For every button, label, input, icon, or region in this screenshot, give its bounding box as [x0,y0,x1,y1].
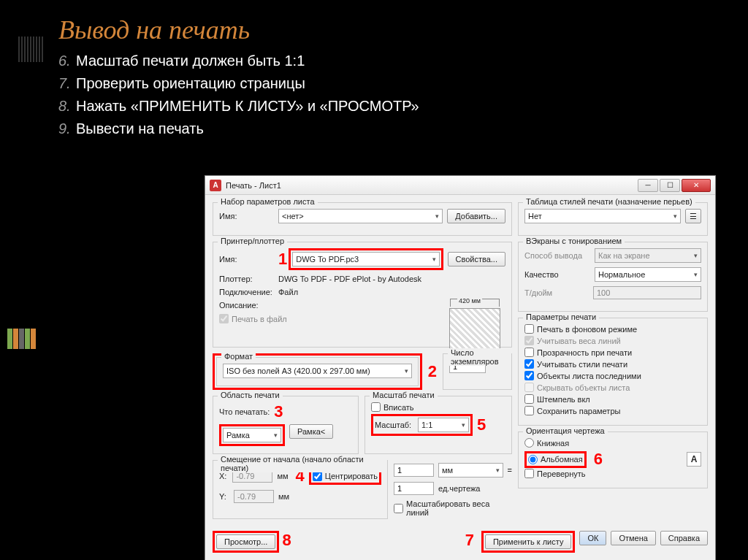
dpi-input [593,286,701,299]
help-button[interactable]: Справка [660,531,708,545]
landscape-radio[interactable] [528,455,538,464]
barcode-deco [18,37,44,62]
callout-6: 6 [594,450,603,469]
scale-unit-dropdown[interactable]: мм [438,463,503,477]
callout-2: 2 [428,362,437,381]
callout-3: 3 [274,402,283,421]
callout-7: 7 [465,531,474,553]
opt-save-checkbox[interactable] [524,406,534,415]
styles-group: Таблица стилей печати (назначение перьев… [518,202,708,236]
center-checkbox[interactable] [313,472,322,481]
orientation-icon: A [687,452,701,467]
opt-bg-checkbox[interactable] [524,324,534,334]
shade-method-dropdown: Как на экране [595,248,701,263]
opt-styles-checkbox[interactable] [524,359,534,369]
preview-button[interactable]: Просмотр... [216,534,275,549]
area-group: Область печати Что печатать:3 Рамка Рамк… [213,396,359,454]
opt-hide-checkbox [524,383,534,392]
opt-weights-checkbox [524,336,534,345]
styles-dropdown[interactable]: Нет [524,209,681,223]
quality-dropdown[interactable]: Нормальное [595,267,701,282]
flip-checkbox[interactable] [524,469,534,478]
opt-stamp-checkbox[interactable] [524,394,534,404]
printer-group: Принтер/плоттер Имя: 1 DWG To PDF.pc3 Св… [213,242,512,348]
opt-last-checkbox[interactable] [524,371,534,380]
callout-1: 1 [278,250,287,269]
deco-bars [7,329,66,350]
minimize-button[interactable]: ─ [638,179,658,192]
paramset-group: Набор параметров листа Имя: <нет> Добави… [213,202,512,236]
scale-den-input[interactable] [394,482,434,495]
close-button[interactable]: ✕ [682,179,711,192]
scale-weights-checkbox[interactable] [394,504,403,513]
callout-8: 8 [282,531,291,553]
styles-edit-button[interactable]: ☰ [685,209,701,223]
copies-group: Число экземпляров [443,353,512,390]
callout-5: 5 [477,415,486,434]
printer-name-dropdown[interactable]: DWG To PDF.pc3 [292,252,439,266]
format-group: Формат ISO без полей A3 (420.00 x 297.00… [216,357,419,386]
slide-list: 6.Масштаб печати должен быть 1:1 7.Прове… [0,53,748,137]
paper-preview: 420 мм [449,308,500,349]
fit-checkbox[interactable] [371,402,381,412]
portrait-radio[interactable] [524,438,534,448]
area-dropdown[interactable]: Рамка [223,428,281,442]
dialog-title: Печать - Лист1 [226,181,638,190]
scale-num-input[interactable] [394,464,434,477]
print-dialog: A Печать - Лист1 ─ ☐ ✕ Набор параметров … [205,175,716,560]
apply-button[interactable]: Применить к листу [485,534,572,549]
options-group: Параметры печати Печать в фоновом режиме… [518,318,708,426]
offset-group: Смещение от начала (начало области печат… [213,460,388,519]
orientation-group: Ориентация чертежа Книжная Альбомная 6 A… [518,431,708,488]
paramset-name-dropdown[interactable]: <нет> [278,209,443,223]
scale-dropdown[interactable]: 1:1 [418,418,469,432]
cancel-button[interactable]: Отмена [611,531,655,545]
viewport-group: ВЭкраны с тонированием Способ выводаКак … [518,242,708,312]
frame-button[interactable]: Рамка< [289,424,333,439]
maximize-button[interactable]: ☐ [660,179,680,192]
properties-button[interactable]: Свойства... [448,252,505,266]
button-row: Просмотр... 8 7 Применить к листу ОК Отм… [205,526,715,560]
print-to-file-checkbox [219,314,229,323]
slide-title: Вывод на печать [0,0,748,53]
format-dropdown[interactable]: ISO без полей A3 (420.00 x 297.00 мм) [223,364,412,378]
opt-transp-checkbox[interactable] [524,348,534,357]
offset-y-input [234,490,274,503]
add-button[interactable]: Добавить... [447,209,505,223]
scale-group: Масштаб печати Вписать Масштаб: 1:1 5 [365,396,512,454]
titlebar: A Печать - Лист1 ─ ☐ ✕ [205,176,715,195]
app-icon: A [210,180,221,191]
ok-button[interactable]: ОК [579,531,606,545]
